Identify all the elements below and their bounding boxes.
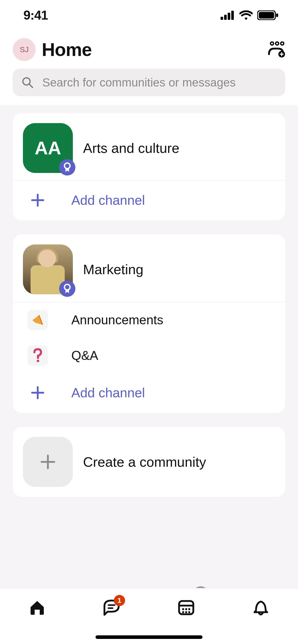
community-name: Marketing — [83, 261, 143, 277]
svg-point-24 — [185, 611, 187, 613]
tab-chat[interactable]: 1 — [97, 598, 127, 616]
search-input[interactable] — [42, 76, 276, 89]
svg-point-21 — [185, 608, 187, 610]
svg-point-25 — [188, 611, 190, 613]
status-time: 9:41 — [23, 8, 48, 23]
create-community-button[interactable]: Create a community — [13, 427, 285, 497]
community-card: Marketing Announcements Q&A — [13, 234, 285, 413]
chat-badge: 1 — [114, 595, 125, 606]
status-icons — [221, 10, 278, 20]
question-icon — [32, 348, 43, 363]
tab-home[interactable] — [22, 598, 52, 616]
svg-point-23 — [182, 611, 184, 613]
owner-badge — [59, 159, 75, 175]
page-title: Home — [42, 39, 92, 60]
community-header-row[interactable]: Marketing — [13, 234, 285, 302]
create-community-card: Create a community — [13, 427, 285, 497]
svg-rect-0 — [221, 17, 223, 20]
battery-icon — [257, 10, 278, 20]
svg-rect-6 — [276, 13, 278, 17]
avatar[interactable]: SJ — [13, 38, 36, 61]
svg-point-7 — [270, 42, 274, 45]
community-name: Arts and culture — [83, 140, 179, 156]
svg-point-22 — [188, 608, 190, 610]
svg-point-13 — [64, 163, 70, 169]
create-community-label: Create a community — [83, 454, 206, 470]
main: AA Arts and culture Add channel — [0, 105, 298, 497]
svg-point-20 — [182, 608, 184, 610]
channel-row[interactable]: Q&A — [13, 338, 285, 373]
channel-label: Announcements — [71, 313, 163, 327]
search-wrap — [0, 69, 298, 105]
owner-badge — [59, 281, 75, 297]
wifi-icon — [239, 10, 253, 20]
channel-row[interactable]: Announcements — [13, 302, 285, 338]
plus-icon — [31, 193, 45, 207]
tab-activity[interactable] — [246, 598, 276, 616]
add-channel-label: Add channel — [71, 385, 145, 400]
community-tile: AA — [23, 123, 73, 173]
calendar-icon — [177, 598, 195, 616]
people-add-icon — [267, 41, 285, 58]
svg-point-11 — [23, 78, 30, 85]
community-card: AA Arts and culture Add channel — [13, 113, 285, 221]
channel-icon — [28, 310, 48, 330]
svg-line-12 — [30, 84, 33, 87]
bell-icon — [252, 598, 269, 616]
home-indicator — [96, 635, 202, 639]
channel-label: Q&A — [71, 348, 98, 363]
plus-icon — [39, 453, 57, 471]
tab-calendar[interactable] — [171, 598, 201, 616]
svg-point-14 — [64, 284, 70, 290]
plus-icon — [31, 386, 45, 400]
megaphone-icon — [30, 313, 45, 327]
status-bar: 9:41 — [0, 0, 298, 31]
community-tile — [23, 244, 73, 294]
home-icon — [28, 598, 46, 616]
community-header-row[interactable]: AA Arts and culture — [13, 113, 285, 181]
svg-point-9 — [281, 42, 284, 45]
svg-point-15 — [37, 360, 39, 362]
create-tile — [23, 437, 73, 487]
ribbon-icon — [63, 284, 72, 294]
add-channel-button[interactable]: Add channel — [13, 181, 285, 221]
svg-rect-1 — [224, 15, 227, 20]
search-icon — [22, 77, 33, 88]
channel-icon — [28, 345, 48, 366]
ribbon-icon — [63, 162, 72, 172]
community-initials: AA — [35, 138, 61, 158]
svg-point-8 — [276, 42, 279, 45]
svg-rect-2 — [228, 13, 230, 20]
cellular-icon — [221, 11, 235, 20]
add-people-button[interactable] — [267, 41, 285, 58]
header: SJ Home — [0, 31, 298, 69]
svg-rect-3 — [231, 11, 234, 20]
add-channel-label: Add channel — [71, 193, 145, 208]
add-channel-button[interactable]: Add channel — [13, 373, 285, 413]
search-bar[interactable] — [13, 69, 285, 96]
svg-rect-5 — [259, 12, 274, 19]
